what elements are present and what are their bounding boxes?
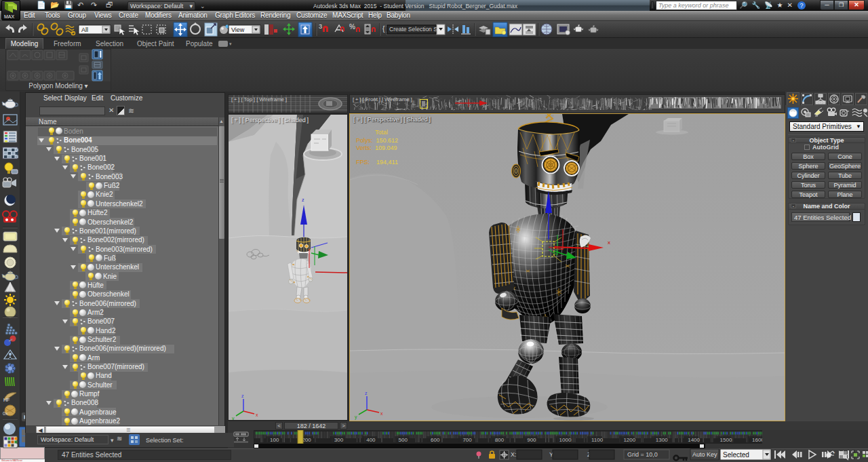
- svg-text:+: +: [833, 450, 835, 455]
- svg-text:500: 500: [399, 437, 408, 443]
- svg-text:z: z: [365, 391, 368, 396]
- svg-text:X:: X:: [511, 451, 517, 458]
- svg-text:%: %: [349, 23, 355, 31]
- svg-text:700: 700: [462, 437, 472, 443]
- svg-text:MAX: MAX: [4, 14, 15, 19]
- svg-text:3: 3: [319, 23, 322, 30]
- svg-text:1600: 1600: [752, 437, 762, 443]
- svg-text:400: 400: [366, 437, 376, 443]
- svg-text:View: View: [231, 26, 245, 33]
- svg-text:100: 100: [270, 437, 279, 443]
- svg-text:y: y: [355, 415, 357, 420]
- svg-text:1300: 1300: [656, 437, 668, 443]
- svg-text:1200: 1200: [623, 437, 635, 443]
- svg-text:300: 300: [334, 437, 344, 443]
- svg-text:1500: 1500: [720, 437, 732, 443]
- svg-text:z: z: [302, 197, 304, 202]
- svg-text:Auto Key: Auto Key: [692, 451, 717, 458]
- svg-text:Selected: Selected: [723, 451, 749, 459]
- svg-text:y: y: [232, 416, 235, 420]
- svg-text:HF: HF: [3, 398, 9, 402]
- svg-text:1100: 1100: [591, 437, 604, 443]
- svg-text:800: 800: [495, 437, 505, 443]
- svg-text:x: x: [380, 411, 383, 416]
- svg-text:1000: 1000: [559, 437, 572, 443]
- svg-text:Grid = 10,0: Grid = 10,0: [627, 451, 658, 458]
- svg-text:All: All: [81, 26, 88, 33]
- svg-text:1400: 1400: [688, 437, 700, 443]
- svg-text:x: x: [256, 412, 258, 417]
- svg-text:Create Selection Se: Create Selection Se: [389, 26, 441, 33]
- svg-text:0x: 0x: [3, 411, 8, 416]
- svg-text:x: x: [608, 239, 610, 246]
- svg-text:600: 600: [431, 437, 440, 443]
- svg-text:900: 900: [527, 437, 536, 443]
- svg-text:z: z: [241, 393, 244, 398]
